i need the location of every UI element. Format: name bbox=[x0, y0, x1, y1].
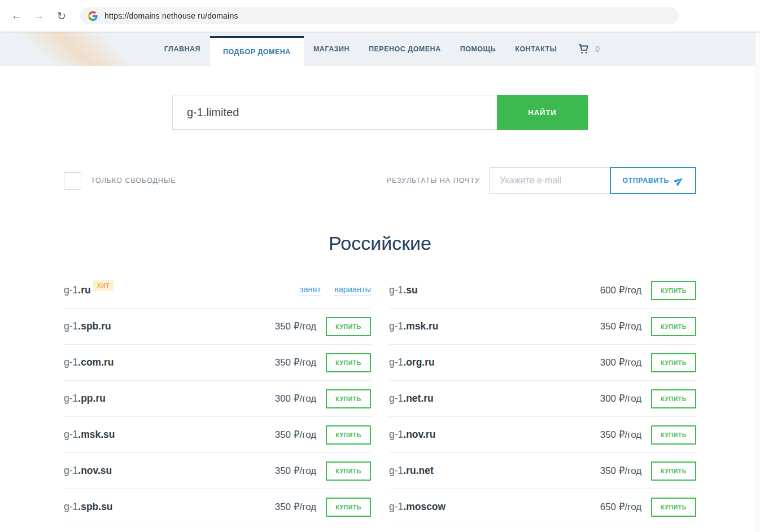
domain-row: g-1.nov.su 350 ₽/год КУПИТЬ bbox=[64, 453, 371, 489]
cart-icon bbox=[578, 43, 590, 55]
domain-tld: .org.ru bbox=[403, 357, 434, 368]
domain-tld: .spb.su bbox=[78, 501, 112, 512]
buy-button[interactable]: КУПИТЬ bbox=[651, 425, 696, 445]
domain-name: g-1.msk.ru bbox=[389, 320, 439, 332]
menu-item-kontakty[interactable]: КОНТАКТЫ bbox=[505, 32, 566, 66]
domain-tld: .msk.su bbox=[78, 429, 115, 440]
domain-name: g-1.nov.ru bbox=[389, 429, 435, 441]
domain-name: g-1.msk.su bbox=[64, 429, 115, 441]
domain-price: 350 ₽/год bbox=[275, 320, 316, 332]
domain-tld: .nov.ru bbox=[403, 429, 435, 440]
buy-button[interactable]: КУПИТЬ bbox=[651, 281, 696, 300]
buy-button[interactable]: КУПИТЬ bbox=[326, 498, 371, 517]
domain-prefix: g-1 bbox=[64, 429, 78, 440]
domain-name: g-1.ru.net bbox=[389, 465, 434, 477]
main-content: НАЙТИ ТОЛЬКО СВОБОДНЫЕ РЕЗУЛЬТАТЫ НА ПОЧ… bbox=[64, 95, 696, 525]
email-input[interactable] bbox=[490, 167, 610, 194]
site-header: ГЛАВНАЯ ПОДБОР ДОМЕНА МАГАЗИН ПЕРЕНОС ДО… bbox=[0, 32, 760, 66]
domain-tld: .ru.net bbox=[403, 465, 433, 476]
buy-button[interactable]: КУПИТЬ bbox=[326, 461, 371, 481]
domain-price: 650 ₽/год bbox=[600, 501, 641, 513]
url-text: https://domains nethouse ru/domains bbox=[104, 11, 238, 20]
domain-prefix: g-1 bbox=[389, 357, 403, 368]
domain-prefix: g-1 bbox=[389, 429, 403, 440]
results-column-left: g-1.ruХИТ занят варианты g-1.spb.ru 350 … bbox=[64, 272, 371, 525]
busy-link[interactable]: занят bbox=[300, 285, 321, 296]
filter-row: ТОЛЬКО СВОБОДНЫЕ РЕЗУЛЬТАТЫ НА ПОЧТУ ОТП… bbox=[64, 167, 696, 194]
domain-row: g-1.pp.ru 300 ₽/год КУПИТЬ bbox=[64, 381, 371, 417]
domain-row: g-1.msk.ru 350 ₽/год КУПИТЬ bbox=[389, 309, 696, 345]
page-scrollbar[interactable] bbox=[755, 33, 760, 532]
domain-prefix: g-1 bbox=[64, 465, 78, 476]
domain-name: g-1.org.ru bbox=[389, 357, 435, 368]
domain-row: g-1.ruХИТ занят варианты bbox=[64, 272, 371, 309]
domain-name: g-1.su bbox=[389, 284, 418, 296]
domain-prefix: g-1 bbox=[389, 284, 403, 296]
domain-row: g-1.ru.net 350 ₽/год КУПИТЬ bbox=[389, 453, 696, 489]
buy-button[interactable]: КУПИТЬ bbox=[651, 461, 696, 481]
domain-name: g-1.spb.su bbox=[64, 501, 113, 513]
domain-row: g-1.net.ru 300 ₽/год КУПИТЬ bbox=[389, 381, 696, 417]
address-bar[interactable]: https://domains nethouse ru/domains bbox=[80, 7, 679, 24]
domain-prefix: g-1 bbox=[64, 501, 78, 512]
cart-count: 0 bbox=[595, 45, 600, 54]
email-results-label: РЕЗУЛЬТАТЫ НА ПОЧТУ bbox=[387, 177, 480, 184]
domain-row: g-1.spb.ru 350 ₽/год КУПИТЬ bbox=[64, 309, 371, 345]
domain-prefix: g-1 bbox=[64, 357, 78, 368]
domain-row: g-1.moscow 650 ₽/год КУПИТЬ bbox=[389, 489, 696, 525]
domain-row: g-1.msk.su 350 ₽/год КУПИТЬ bbox=[64, 417, 371, 453]
only-free-checkbox[interactable] bbox=[64, 172, 81, 190]
cart-button[interactable]: 0 bbox=[566, 32, 605, 66]
variants-link[interactable]: варианты bbox=[334, 285, 371, 296]
buy-button[interactable]: КУПИТЬ bbox=[326, 389, 371, 408]
google-favicon bbox=[88, 11, 98, 21]
domain-name: g-1.spb.ru bbox=[64, 320, 111, 332]
domain-prefix: g-1 bbox=[389, 320, 403, 332]
domain-tld: .pp.ru bbox=[78, 393, 106, 404]
domain-price: 350 ₽/год bbox=[600, 465, 641, 477]
buy-button[interactable]: КУПИТЬ bbox=[651, 389, 696, 408]
buy-button[interactable]: КУПИТЬ bbox=[326, 353, 371, 372]
main-menu: ГЛАВНАЯ ПОДБОР ДОМЕНА МАГАЗИН ПЕРЕНОС ДО… bbox=[0, 32, 760, 66]
domain-row: g-1.spb.su 350 ₽/год КУПИТЬ bbox=[64, 489, 371, 525]
browser-reload-icon[interactable]: ↻ bbox=[53, 7, 70, 24]
buy-button[interactable]: КУПИТЬ bbox=[651, 317, 696, 336]
menu-item-magazin[interactable]: МАГАЗИН bbox=[304, 32, 359, 66]
menu-item-glavnaya[interactable]: ГЛАВНАЯ bbox=[155, 32, 210, 66]
menu-item-pomosch[interactable]: ПОМОЩЬ bbox=[451, 32, 506, 66]
domain-price: 600 ₽/год bbox=[600, 284, 641, 296]
paper-plane-icon bbox=[672, 174, 685, 187]
only-free-label: ТОЛЬКО СВОБОДНЫЕ bbox=[91, 177, 176, 184]
hit-badge: ХИТ bbox=[93, 280, 114, 291]
domain-prefix: g-1 bbox=[389, 501, 403, 512]
domain-prefix: g-1 bbox=[64, 393, 78, 404]
send-email-button[interactable]: ОТПРАВИТЬ bbox=[610, 167, 696, 194]
browser-forward-icon[interactable]: → bbox=[30, 7, 47, 24]
email-results-group: РЕЗУЛЬТАТЫ НА ПОЧТУ ОТПРАВИТЬ bbox=[387, 167, 696, 194]
menu-item-perenos-domena[interactable]: ПЕРЕНОС ДОМЕНА bbox=[359, 32, 451, 66]
buy-button[interactable]: КУПИТЬ bbox=[651, 353, 696, 372]
status-links: занят варианты bbox=[286, 285, 371, 296]
buy-button[interactable]: КУПИТЬ bbox=[326, 317, 371, 336]
search-submit-button[interactable]: НАЙТИ bbox=[497, 95, 588, 130]
menu-item-podbor-domena[interactable]: ПОДБОР ДОМЕНА bbox=[210, 36, 304, 66]
domain-price: 300 ₽/год bbox=[275, 393, 316, 405]
buy-button[interactable]: КУПИТЬ bbox=[326, 425, 371, 445]
only-free-filter[interactable]: ТОЛЬКО СВОБОДНЫЕ bbox=[64, 172, 176, 190]
browser-back-icon[interactable]: ← bbox=[8, 7, 25, 24]
domain-name: g-1.pp.ru bbox=[64, 393, 106, 405]
domain-row: g-1.org.ru 300 ₽/год КУПИТЬ bbox=[389, 345, 696, 381]
buy-button[interactable]: КУПИТЬ bbox=[651, 498, 696, 517]
domain-price: 300 ₽/год bbox=[600, 357, 641, 368]
domain-row: g-1.com.ru 350 ₽/год КУПИТЬ bbox=[64, 345, 371, 381]
domain-price: 350 ₽/год bbox=[600, 320, 641, 332]
domain-prefix: g-1 bbox=[389, 465, 403, 476]
domain-price: 350 ₽/год bbox=[275, 357, 316, 368]
browser-chrome: ← → ↻ https://domains nethouse ru/domain… bbox=[0, 0, 760, 32]
domain-tld: .su bbox=[403, 284, 417, 296]
domain-price: 350 ₽/год bbox=[275, 465, 316, 477]
domain-price: 300 ₽/год bbox=[600, 393, 641, 405]
domain-search-input[interactable] bbox=[172, 95, 497, 130]
domain-tld: .spb.ru bbox=[78, 320, 111, 332]
domain-name: g-1.com.ru bbox=[64, 357, 114, 368]
